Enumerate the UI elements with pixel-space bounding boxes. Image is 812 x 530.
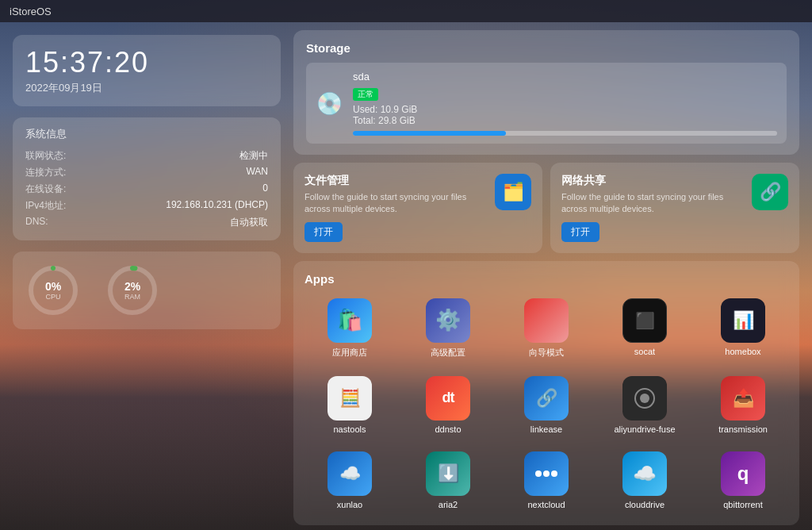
app-item-aliyun[interactable]: aliyundrive-fuse	[599, 371, 690, 439]
storage-used: Used: 10.9 GiB	[353, 104, 777, 115]
app-name-socat: socat	[634, 347, 655, 356]
sysinfo-label-network: 联网状态:	[25, 149, 66, 163]
app-icon-nastools: 🧮	[327, 376, 372, 421]
feature-card-files-icon: 🗂️	[495, 174, 531, 210]
app-name-aria2: aria2	[439, 500, 458, 509]
clock-time: 15:37:20	[25, 46, 268, 79]
sysinfo-label-devices: 在线设备:	[25, 182, 66, 196]
titlebar: iStoreOS	[0, 0, 812, 22]
right-panel: Storage 💿 sda 正常 Used: 10.9 GiB Total: 2…	[293, 22, 812, 530]
sysinfo-row-ipv4: IPv4地址: 192.168.10.231 (DHCP)	[25, 198, 268, 214]
ram-label: RAM	[124, 293, 140, 301]
app-icon-xunlei: ☁️	[327, 451, 372, 496]
app-icon-aliyun	[622, 376, 667, 421]
sysinfo-label-connection: 连接方式:	[25, 166, 66, 179]
app-icon-nextcloud	[524, 451, 569, 496]
apps-title: Apps	[304, 272, 788, 286]
sysinfo-value-devices: 0	[262, 182, 268, 196]
sysinfo-row-network: 联网状态: 检测中	[25, 148, 268, 164]
app-item-nastools[interactable]: 🧮 nastools	[304, 371, 395, 439]
feature-card-network-desc: Follow the guide to start syncing your f…	[561, 191, 742, 216]
app-item-ddnsto[interactable]: dt ddnsto	[403, 371, 493, 439]
sysinfo-title: 系统信息	[25, 127, 268, 141]
sysinfo-value-ipv4: 192.168.10.231 (DHCP)	[166, 199, 268, 213]
app-item-qbittorrent[interactable]: q qbittorrent	[698, 447, 788, 514]
feature-card-files-open-button[interactable]: 打开	[304, 222, 343, 242]
app-icon-aria2: ⬇️	[426, 451, 470, 496]
app-name-guide: 向导模式	[529, 347, 564, 359]
app-item-xunlei[interactable]: ☁️ xunlao	[304, 447, 395, 514]
cpu-percent: 0%	[45, 280, 61, 293]
ram-gauge-circle: 2% RAM	[105, 263, 160, 318]
app-item-guide[interactable]: 向导模式	[501, 294, 592, 363]
storage-drive-info: sda 正常 Used: 10.9 GiB Total: 29.8 GiB	[353, 71, 777, 136]
app-name-ddnsto: ddnsto	[435, 424, 461, 434]
svg-point-6	[535, 470, 542, 477]
sysinfo-value-connection: WAN	[246, 166, 268, 179]
sysinfo-row-devices: 在线设备: 0	[25, 181, 268, 198]
clock-widget: 15:37:20 2022年09月19日	[13, 35, 281, 106]
apps-grid: 🛍️ 应用商店 ⚙️ 高级配置 向导模式	[304, 294, 788, 514]
feature-card-network: 网络共享 Follow the guide to start syncing y…	[550, 163, 799, 253]
sysinfo-label-ipv4: IPv4地址:	[25, 199, 66, 213]
app-item-linkease[interactable]: 🔗 linkease	[501, 371, 592, 439]
app-item-appstore[interactable]: 🛍️ 应用商店	[304, 294, 395, 363]
storage-bar-fill	[353, 131, 506, 136]
sysinfo-widget: 系统信息 联网状态: 检测中 连接方式: WAN 在线设备: 0 IPv4地址:…	[13, 117, 281, 240]
svg-point-7	[543, 470, 550, 477]
sysinfo-row-connection: 连接方式: WAN	[25, 164, 268, 181]
app-name-nastools: nastools	[334, 424, 366, 434]
svg-point-5	[640, 394, 649, 403]
app-icon-clouddrive: ☁️	[622, 451, 667, 496]
feature-card-network-content: 网络共享 Follow the guide to start syncing y…	[561, 174, 742, 242]
storage-widget: Storage 💿 sda 正常 Used: 10.9 GiB Total: 2…	[293, 30, 799, 155]
storage-status-badge: 正常	[353, 88, 378, 101]
app-name-advanced: 高级配置	[431, 347, 465, 359]
storage-total: Total: 29.8 GiB	[353, 115, 777, 126]
sysinfo-label-dns: DNS:	[25, 216, 48, 229]
feature-card-files-title: 文件管理	[304, 174, 485, 188]
gauges-widget: 0% CPU 2% RAM	[13, 252, 281, 329]
feature-card-files-content: 文件管理 Follow the guide to start syncing y…	[304, 174, 485, 242]
app-icon-transmission: 📤	[721, 376, 765, 421]
app-name-aliyun: aliyundrive-fuse	[614, 424, 675, 434]
app-icon-advanced: ⚙️	[426, 298, 470, 343]
app-name-nextcloud: nextcloud	[527, 500, 565, 509]
app-item-nextcloud[interactable]: nextcloud	[501, 447, 592, 514]
feature-cards: 文件管理 Follow the guide to start syncing y…	[293, 163, 799, 253]
app-name-appstore: 应用商店	[332, 347, 367, 359]
app-name-xunlei: xunlao	[337, 500, 362, 509]
app-icon-homebox: 📊	[721, 298, 765, 343]
apps-section: Apps 🛍️ 应用商店 ⚙️ 高级配置	[293, 261, 799, 525]
storage-drive-name: sda	[353, 71, 777, 83]
app-name-homebox: homebox	[725, 347, 760, 356]
app-name-transmission: transmission	[718, 424, 768, 434]
feature-card-network-title: 网络共享	[561, 174, 742, 188]
app-item-clouddrive[interactable]: ☁️ clouddrive	[599, 447, 690, 514]
app-item-homebox[interactable]: 📊 homebox	[698, 294, 788, 363]
sysinfo-value-network: 检测中	[239, 149, 268, 163]
app-item-aria2[interactable]: ⬇️ aria2	[403, 447, 493, 514]
feature-card-files: 文件管理 Follow the guide to start syncing y…	[293, 163, 542, 253]
feature-card-network-open-button[interactable]: 打开	[561, 222, 599, 242]
app-item-socat[interactable]: ⬛ socat	[599, 294, 690, 363]
app-icon-ddnsto: dt	[426, 376, 470, 421]
storage-bar	[353, 131, 777, 136]
ram-gauge: 2% RAM	[105, 263, 160, 318]
app-name-qbittorrent: qbittorrent	[723, 500, 763, 509]
app-item-advanced[interactable]: ⚙️ 高级配置	[403, 294, 493, 363]
left-panel: 15:37:20 2022年09月19日 系统信息 联网状态: 检测中 连接方式…	[0, 22, 293, 530]
main-layout: 15:37:20 2022年09月19日 系统信息 联网状态: 检测中 连接方式…	[0, 22, 812, 530]
app-icon-qbittorrent: q	[721, 451, 765, 496]
app-icon-linkease: 🔗	[524, 376, 569, 421]
sysinfo-value-dns: 自动获取	[230, 216, 268, 229]
feature-card-network-icon: 🔗	[752, 174, 788, 210]
app-icon-appstore: 🛍️	[327, 298, 372, 343]
storage-drive-icon: 💿	[316, 90, 343, 117]
titlebar-title: iStoreOS	[10, 6, 52, 17]
cpu-label: CPU	[45, 293, 61, 301]
storage-title: Storage	[306, 41, 787, 55]
clock-date: 2022年09月19日	[25, 81, 268, 95]
cpu-gauge-circle: 0% CPU	[25, 263, 81, 318]
app-item-transmission[interactable]: 📤 transmission	[698, 371, 788, 439]
